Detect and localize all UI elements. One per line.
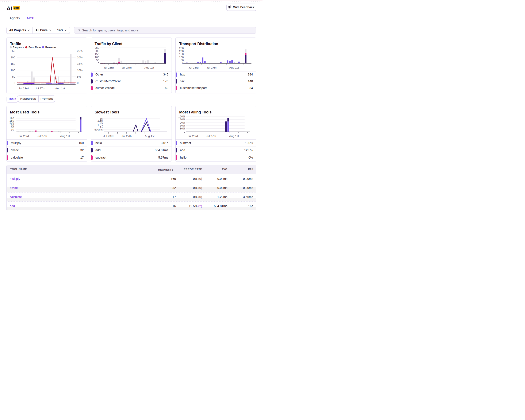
svg-text:Aug 1st: Aug 1st	[144, 66, 154, 69]
svg-text:0: 0	[184, 130, 185, 133]
svg-text:250: 250	[179, 46, 184, 50]
svg-text:0: 0	[98, 62, 99, 65]
svg-text:50: 50	[181, 59, 184, 62]
svg-text:120%: 120%	[178, 118, 186, 121]
svg-text:0: 0	[182, 62, 184, 65]
svg-text:150: 150	[10, 62, 15, 65]
svg-text:100: 100	[94, 56, 99, 59]
svg-text:0: 0	[77, 82, 78, 85]
svg-text:150: 150	[179, 53, 184, 56]
svg-text:150%: 150%	[178, 115, 186, 118]
svg-text:200: 200	[10, 56, 15, 59]
svg-text:200: 200	[179, 50, 184, 53]
svg-text:15%: 15%	[77, 62, 83, 65]
svg-text:50: 50	[96, 59, 99, 62]
svg-text:Jul 23rd: Jul 23rd	[19, 135, 29, 138]
svg-text:5%: 5%	[77, 75, 81, 78]
svg-text:Aug 1st: Aug 1st	[145, 135, 154, 138]
svg-text:0: 0	[13, 82, 15, 85]
svg-text:Jul 23rd: Jul 23rd	[103, 135, 113, 138]
svg-text:Jul 27th: Jul 27th	[206, 135, 216, 138]
svg-text:Aug 1st: Aug 1st	[60, 135, 70, 138]
svg-text:180: 180	[9, 117, 14, 120]
svg-text:Jul 23rd: Jul 23rd	[19, 87, 29, 90]
svg-text:100: 100	[10, 69, 15, 72]
svg-text:Jul 27th: Jul 27th	[122, 66, 131, 69]
svg-text:250: 250	[10, 50, 15, 53]
svg-text:Jul 27th: Jul 27th	[206, 66, 216, 69]
svg-text:25%: 25%	[77, 50, 83, 53]
svg-text:Jul 23rd: Jul 23rd	[188, 66, 198, 69]
svg-text:Jul 23rd: Jul 23rd	[188, 135, 198, 138]
svg-text:50: 50	[12, 75, 15, 78]
svg-text:500ms: 500ms	[94, 128, 103, 131]
svg-text:90%: 90%	[180, 121, 185, 124]
svg-text:10%: 10%	[77, 69, 83, 72]
svg-text:Jul 27th: Jul 27th	[37, 135, 47, 138]
svg-text:Aug 1st: Aug 1st	[55, 87, 65, 90]
svg-text:Jul 27th: Jul 27th	[35, 87, 45, 90]
svg-text:250: 250	[94, 46, 99, 49]
svg-text:60%: 60%	[180, 124, 185, 127]
svg-text:Aug 1st: Aug 1st	[229, 66, 239, 69]
svg-text:Jul 23rd: Jul 23rd	[103, 66, 113, 69]
svg-text:100: 100	[179, 56, 184, 59]
svg-text:30%: 30%	[180, 127, 185, 130]
svg-text:20%: 20%	[77, 56, 83, 59]
svg-text:Jul 27th: Jul 27th	[122, 135, 131, 138]
svg-text:200: 200	[94, 49, 99, 53]
svg-text:150: 150	[94, 53, 99, 56]
svg-text:Aug 1st: Aug 1st	[229, 135, 239, 138]
